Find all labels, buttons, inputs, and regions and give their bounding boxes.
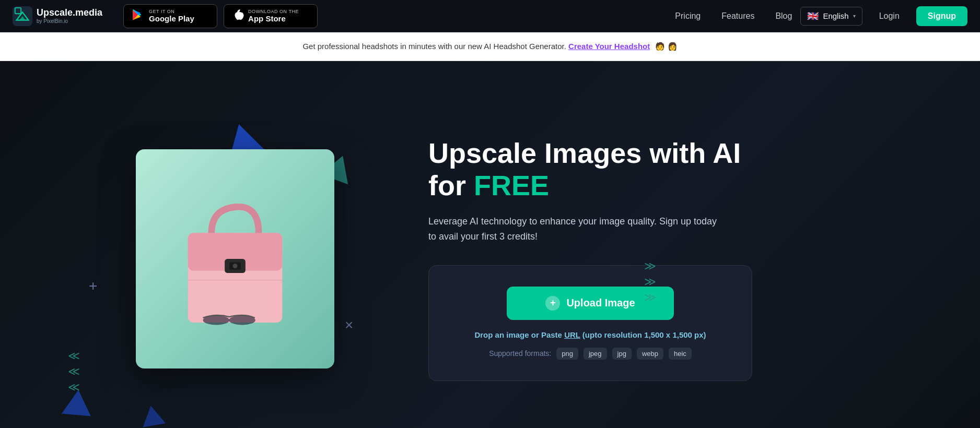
- google-play-text: GET IT ON Google Play: [149, 9, 194, 23]
- google-play-button[interactable]: GET IT ON Google Play: [123, 4, 217, 28]
- hero-title-part1: Upscale Images with AI: [428, 137, 741, 169]
- language-selector[interactable]: 🇬🇧 English ▾: [800, 7, 862, 26]
- logo-icon: [13, 6, 32, 26]
- upload-plus-icon: +: [545, 296, 560, 311]
- app-store-button[interactable]: Download on the App Store: [224, 4, 318, 28]
- hero-title-free: FREE: [474, 170, 549, 201]
- hero-text-side: Upscale Images with AI for FREE Leverage…: [387, 137, 938, 381]
- drop-text-suffix: (upto resolution 1,500 x 1,500 px): [580, 330, 706, 339]
- logo-area[interactable]: Upscale.media by PixelBin.io: [13, 6, 102, 26]
- upload-drop-text: Drop an image or Paste URL (upto resolut…: [455, 330, 726, 339]
- format-jpeg: jpeg: [584, 348, 607, 360]
- nav-blog[interactable]: Blog: [775, 11, 792, 21]
- login-button[interactable]: Login: [871, 7, 908, 25]
- format-webp: webp: [637, 348, 663, 360]
- hero-description: Leverage AI technology to enhance your i…: [428, 214, 721, 244]
- app-store-text: Download on the App Store: [248, 9, 299, 23]
- apple-icon: [231, 8, 244, 24]
- hero-image-side: [31, 149, 387, 368]
- logo-subtitle: by PixelBin.io: [37, 18, 102, 24]
- upload-box: + Upload Image Drop an image or Paste UR…: [428, 265, 752, 381]
- navbar: Upscale.media by PixelBin.io GET IT ON G…: [0, 0, 980, 32]
- hero-section: + × ≫ ≫ ≫ ≪ ≪ ≪: [0, 61, 980, 428]
- format-heic: heic: [669, 348, 692, 360]
- announce-icons: 🧑 👩: [655, 42, 677, 51]
- logo-title: Upscale.media: [37, 8, 102, 18]
- flag-uk-icon: 🇬🇧: [807, 10, 819, 22]
- deco-triangle-bottom-right: [139, 403, 166, 427]
- upload-btn-label: Upload Image: [566, 297, 635, 309]
- deco-chevron-1: ≫: [644, 259, 656, 273]
- announce-link[interactable]: Create Your Headshot: [568, 42, 650, 51]
- announcement-bar: Get professional headshots in minutes wi…: [0, 32, 980, 61]
- supported-formats: Supported formats: png jpeg jpg webp hei…: [455, 348, 726, 360]
- svg-point-6: [232, 264, 237, 268]
- formats-label: Supported formats:: [489, 349, 551, 358]
- product-bag-illustration: [172, 186, 298, 332]
- hero-title-part2: for: [428, 170, 474, 201]
- format-jpg: jpg: [612, 348, 632, 360]
- format-png: png: [556, 348, 578, 360]
- paste-url-link[interactable]: URL: [564, 330, 580, 339]
- drop-text-prefix: Drop an image or Paste: [474, 330, 564, 339]
- deco-chevron-left-3: ≪: [68, 381, 80, 394]
- logo-text: Upscale.media by PixelBin.io: [37, 8, 102, 24]
- nav-links: Pricing Features Blog: [675, 11, 792, 21]
- chevron-down-icon: ▾: [853, 13, 856, 19]
- nav-features[interactable]: Features: [721, 11, 754, 21]
- store-buttons: GET IT ON Google Play Download on the Ap…: [123, 4, 318, 28]
- deco-chevron-2: ≫: [644, 275, 656, 289]
- deco-chevron-3: ≫: [644, 291, 656, 304]
- language-label: English: [823, 11, 848, 20]
- nav-pricing[interactable]: Pricing: [675, 11, 701, 21]
- hero-title: Upscale Images with AI for FREE: [428, 137, 938, 201]
- product-image-container: [136, 149, 334, 368]
- google-play-icon: [131, 8, 145, 25]
- signup-button[interactable]: Signup: [916, 6, 967, 26]
- deco-chevrons-right: ≫ ≫ ≫: [644, 259, 656, 304]
- announce-text: Get professional headshots in minutes wi…: [302, 42, 566, 51]
